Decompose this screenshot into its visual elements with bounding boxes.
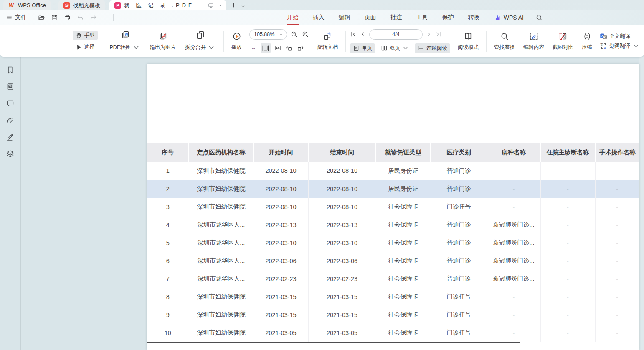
hand-tool-button[interactable]: 手型: [73, 31, 98, 40]
table-cell: 2022-08-10: [308, 198, 376, 216]
table-cell: 深圳市龙华区人...: [189, 270, 254, 288]
zoom-in-icon[interactable]: [301, 30, 309, 38]
quickbar-chevron-icon[interactable]: [103, 14, 107, 21]
table-cell: -: [540, 180, 595, 198]
prev-page-icon[interactable]: [360, 31, 366, 38]
table-row[interactable]: 10深圳市妇幼保健院2021-03-052021-03-05社会保障卡门诊挂号-…: [147, 324, 639, 342]
play-button[interactable]: 播放: [228, 30, 245, 53]
save-icon[interactable]: [51, 14, 58, 21]
continuous-read-icon: [418, 45, 424, 51]
table-cell: 深圳市妇幼保健院: [189, 288, 254, 306]
single-page-button[interactable]: 单页: [350, 43, 375, 53]
edit-content-button[interactable]: 编辑内容: [520, 30, 548, 53]
table-row[interactable]: 1深圳市妇幼保健院2022-08-102022-08-10居民身份证普通门诊--…: [147, 162, 639, 180]
table-cell: 新冠肺炎门诊...: [487, 234, 540, 252]
open-folder-icon[interactable]: [38, 14, 45, 21]
table-row[interactable]: 7深圳市龙华区人...2022-02-232022-02-23社会保障卡普通门诊…: [147, 270, 639, 288]
word-translate-button[interactable]: 文A 划词翻译: [600, 42, 640, 50]
table-cell: -: [540, 162, 595, 180]
table-cell: 2022-08-10: [254, 162, 308, 180]
table-cell: 普通门诊: [431, 162, 487, 180]
continuous-read-button[interactable]: 连续阅读: [415, 43, 450, 53]
last-page-icon[interactable]: [435, 31, 442, 38]
tab-docer-templates[interactable]: 𝒟 找稻壳模板: [58, 0, 105, 10]
wps-ai-button[interactable]: WPS AI: [494, 14, 524, 21]
tab-medical-record-pdf[interactable]: P 就 医 记 录 .PDF: [109, 0, 226, 10]
pdf-convert-button[interactable]: W PDF转换: [106, 28, 144, 54]
fit-page-icon[interactable]: [261, 43, 271, 53]
print-icon[interactable]: [64, 14, 71, 21]
table-cell: 8: [147, 288, 189, 306]
table-row[interactable]: 6深圳市龙华区人...2022-03-062022-03-06社会保障卡普通门诊…: [147, 252, 639, 270]
select-tool-button[interactable]: 选择: [73, 42, 98, 52]
double-page-label: 双页: [390, 45, 400, 52]
table-row[interactable]: 9深圳市妇幼保健院2021-03-152021-03-15社会保障卡门诊挂号--…: [147, 306, 639, 324]
zoom-out-icon[interactable]: [290, 30, 298, 38]
bookmark-icon[interactable]: [6, 66, 15, 74]
thumbnail-icon[interactable]: [6, 82, 15, 91]
page-number-input[interactable]: 4/4: [369, 29, 423, 40]
attachment-icon[interactable]: [6, 116, 15, 125]
table-row[interactable]: 3深圳市妇幼保健院2022-08-102022-08-10社会保障卡门诊挂号--…: [147, 198, 639, 216]
menu-bar: 文件 开始插入编辑页面批注工具保护转换 WPS AI: [0, 10, 644, 25]
fit-width-icon[interactable]: [274, 44, 282, 52]
pdf-convert-icon: W: [121, 31, 130, 40]
continuous-read-label: 连续阅读: [426, 45, 447, 52]
table-cell: 居民身份证: [376, 162, 431, 180]
tab-list-chevron-icon[interactable]: [241, 3, 246, 8]
table-cell: 2: [147, 180, 189, 198]
table-row[interactable]: 8深圳市妇幼保健院2021-03-152021-03-15社会保障卡门诊挂号--…: [147, 288, 639, 306]
next-page-icon[interactable]: [426, 31, 432, 38]
full-translate-button[interactable]: A文 全文翻译: [600, 33, 640, 40]
actual-size-icon[interactable]: 1:1: [249, 44, 258, 52]
rotate-left-icon[interactable]: [285, 44, 293, 52]
compress-button[interactable]: 压缩: [578, 30, 596, 53]
export-image-button[interactable]: 输出为图片: [147, 30, 180, 53]
double-page-button[interactable]: 双页: [378, 43, 412, 53]
menu-tab-5[interactable]: 工具: [416, 11, 429, 24]
menu-tab-1[interactable]: 插入: [312, 11, 325, 24]
read-mode-button[interactable]: 阅读模式: [454, 30, 482, 53]
monitor-icon[interactable]: [208, 3, 214, 8]
rotate-right-icon[interactable]: [296, 44, 304, 52]
table-cell: 社会保障卡: [376, 288, 431, 306]
menu-tab-4[interactable]: 批注: [390, 11, 403, 24]
full-translate-icon: A文: [600, 33, 607, 40]
undo-icon[interactable]: [77, 14, 84, 21]
table-cell: -: [540, 234, 595, 252]
table-row[interactable]: 2深圳市妇幼保健院2022-08-102022-08-10居民身份证普通门诊--…: [147, 180, 639, 198]
menu-tab-3[interactable]: 页面: [364, 11, 377, 24]
redo-icon[interactable]: [90, 14, 97, 21]
zoom-level-select[interactable]: 105.88%: [249, 29, 287, 40]
split-merge-button[interactable]: 拆分合并: [182, 28, 219, 54]
table-horizontal-scrollbar[interactable]: [147, 342, 520, 343]
table-cell: 2021-03-15: [254, 306, 308, 324]
menu-tab-7[interactable]: 转换: [467, 11, 481, 24]
table-header-cell: 开始时间: [254, 143, 308, 162]
rotate-document-button[interactable]: 旋转文档: [314, 30, 341, 53]
signature-icon[interactable]: [6, 133, 15, 141]
first-page-icon[interactable]: [350, 31, 357, 38]
close-icon[interactable]: [217, 3, 223, 8]
file-menu-button[interactable]: 文件: [0, 14, 32, 21]
search-icon[interactable]: [535, 14, 543, 21]
wps-ai-logo-icon: [494, 14, 501, 21]
pdf-page: 序号定点医药机构名称开始时间结束时间就诊凭证类型医疗类别病种名称住院主诊断名称手…: [147, 64, 639, 350]
table-cell: 2022-08-10: [308, 162, 376, 180]
screenshot-compare-button[interactable]: 截图对比: [549, 30, 577, 53]
menu-tab-home[interactable]: 开始: [286, 11, 299, 24]
vertical-scrollbar[interactable]: [639, 57, 644, 350]
new-tab-plus-icon[interactable]: [231, 2, 237, 8]
tab-wps-office[interactable]: W WPS Office: [3, 0, 51, 10]
table-row[interactable]: 5深圳市龙华区人...2022-03-102022-03-10社会保障卡普通门诊…: [147, 234, 639, 252]
layers-icon[interactable]: [6, 149, 15, 158]
word-translate-label: 划词翻译: [609, 43, 630, 50]
comment-icon[interactable]: [6, 99, 15, 108]
menu-tab-6[interactable]: 保护: [441, 11, 455, 24]
table-row[interactable]: 4深圳市龙华区人...2022-03-132022-03-13社会保障卡普通门诊…: [147, 216, 639, 234]
menu-tab-2[interactable]: 编辑: [338, 11, 351, 24]
table-header-cell: 手术操作名称: [595, 143, 639, 162]
find-replace-button[interactable]: 查找替换: [491, 30, 518, 53]
menu-tabs: 开始插入编辑页面批注工具保护转换: [286, 11, 481, 24]
table-cell: 深圳市龙华区人...: [189, 216, 254, 234]
